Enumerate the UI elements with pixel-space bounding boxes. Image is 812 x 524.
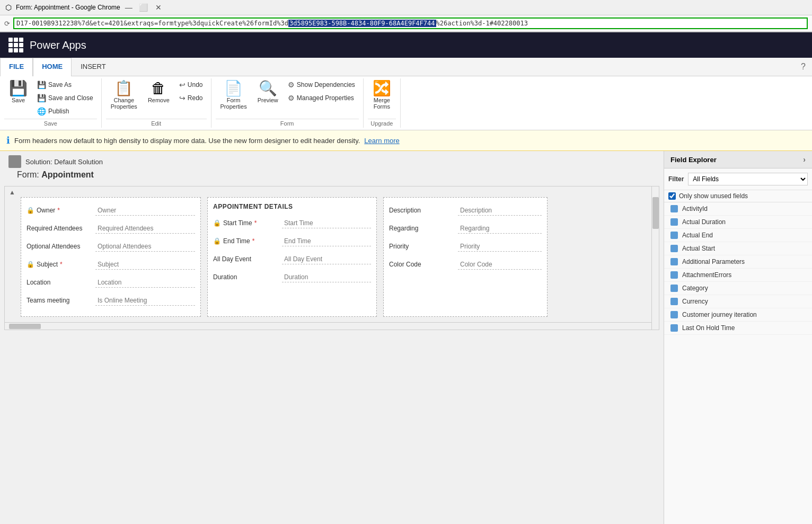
horizontal-scroll-thumb [9,324,41,329]
undo-icon: ↩ [179,81,186,89]
field-item-last-on-hold-time[interactable]: Last On Hold Time [664,322,812,335]
undo-label: Undo [188,81,203,88]
remove-button[interactable]: 🗑 Remove [143,78,174,106]
field-input-teams-meeting[interactable] [95,296,195,306]
filter-select[interactable]: All Fields Unused Fields Required Fields [688,173,808,185]
unused-fields-checkbox-label: Only show unused fields [679,192,748,200]
field-input-owner[interactable] [95,206,195,216]
remove-label: Remove [148,97,170,103]
field-input-end-time[interactable] [282,236,371,246]
field-input-location[interactable] [95,278,195,288]
save-small-stack: 💾 Save As 💾 Save and Close 🌐 Publish [33,78,97,118]
browser-title-bar: ⬡ Form: Appointment - Google Chrome — ⬜ … [0,0,812,15]
save-close-button[interactable]: 💾 Save and Close [33,92,97,104]
field-row-all-day-event: All Day Event [213,252,371,267]
learn-more-link[interactable]: Learn more [364,137,399,145]
ribbon-group-form: 📄 Form Properties 🔍 Preview ⚙ Show Depen… [211,78,364,128]
field-input-priority[interactable] [458,242,542,252]
field-item-name-actual-duration: Actual Duration [682,218,726,226]
field-item-name-currency: Currency [682,298,708,305]
field-item-name-additional-parameters: Additional Parameters [682,258,745,265]
field-input-required-attendees[interactable] [95,224,195,234]
ribbon: FILE HOME INSERT ? 💾 Save 💾 Save As 💾 [0,58,812,130]
field-input-regarding[interactable] [458,224,542,234]
field-label-required-attendees: Required Attendees [27,225,95,232]
field-item-customer-journey-iteration[interactable]: Customer journey iteration [664,308,812,322]
publish-button[interactable]: 🌐 Publish [33,105,97,118]
field-list: ActivityId Actual Duration Actual End Ac… [664,202,812,524]
field-input-start-time[interactable] [282,218,371,228]
field-item-actual-duration[interactable]: Actual Duration [664,216,812,229]
change-properties-button[interactable]: 📋 Change Properties [106,78,142,112]
field-item-name-last-on-hold-time: Last On Hold Time [682,324,735,332]
field-input-duration[interactable] [282,272,371,282]
field-item-additional-parameters[interactable]: Additional Parameters [664,255,812,269]
field-explorer-expand-button[interactable]: › [803,155,806,164]
show-dependencies-button[interactable]: ⚙ Show Dependencies [284,78,359,91]
field-item-attachment-errors[interactable]: AttachmentErrors [664,269,812,282]
form-properties-label: Form Properties [220,97,247,110]
form-canvas: ▲ 🔒 Owner * [4,186,659,330]
remove-icon: 🗑 [151,81,166,96]
field-label-duration: Duration [213,273,282,281]
field-input-optional-attendees[interactable] [95,242,195,252]
form-properties-button[interactable]: 📄 Form Properties [216,78,252,112]
save-label: Save [12,97,25,103]
info-icon: ℹ [6,135,10,146]
minimize-button[interactable]: — [125,3,133,12]
field-row-optional-attendees: Optional Attendees [27,239,195,254]
save-as-icon: 💾 [37,81,46,89]
app-header: Power Apps [0,32,812,58]
field-input-subject[interactable] [95,260,195,270]
address-highlighted[interactable]: 3d5895E983-598B-4834-80F9-68A4E9F4F744 [288,20,436,27]
field-item-name-customer-journey-iteration: Customer journey iteration [682,311,757,318]
field-item-activity-id[interactable]: ActivityId [664,202,812,216]
tab-insert[interactable]: INSERT [72,58,114,76]
merge-forms-button[interactable]: 🔀 Merge Forms [368,78,396,112]
collapse-button[interactable]: ▲ [9,189,15,196]
browser-address-bar: ⟳ D17-0019B9312238%7d&etc=4201&extraqs=f… [0,15,812,32]
vertical-scrollbar[interactable] [651,186,659,330]
change-properties-icon: 📋 [114,81,133,96]
save-as-button[interactable]: 💾 Save As [33,78,97,91]
form-section-right: Description Regarding Priority Color Cod… [383,197,548,317]
horizontal-scrollbar[interactable] [5,322,659,330]
form-header: Solution: Default Solution Form: Appoint… [0,151,664,186]
field-input-color-code[interactable] [458,260,542,270]
tab-file[interactable]: FILE [0,58,33,76]
waffle-menu-button[interactable] [8,38,23,52]
field-item-actual-start[interactable]: Actual Start [664,242,812,255]
redo-button[interactable]: ↪ Redo [175,92,207,104]
field-input-description[interactable] [458,206,542,216]
preview-label: Preview [258,97,278,103]
field-item-actual-end[interactable]: Actual End [664,229,812,242]
field-row-description: Description [389,203,542,218]
field-item-name-activity-id: ActivityId [682,205,708,212]
unused-fields-checkbox[interactable] [668,192,676,200]
ribbon-group-upgrade: 🔀 Merge Forms Upgrade [364,78,401,128]
close-button[interactable]: ✕ [154,3,163,12]
maximize-button[interactable]: ⬜ [139,3,148,12]
save-button[interactable]: 💾 Save [4,78,32,106]
lock-icon-start-time: 🔒 [213,219,221,227]
managed-properties-icon: ⚙ [288,94,295,102]
field-label-color-code: Color Code [389,261,458,268]
form-section-middle: APPOINTMENT DETAILS 🔒 Start Time * 🔒 End… [207,197,377,317]
form-area: Solution: Default Solution Form: Appoint… [0,151,664,524]
save-icon: 💾 [9,81,28,96]
required-marker-end-time: * [252,237,255,245]
refresh-icon[interactable]: ⟳ [4,20,10,28]
managed-properties-button[interactable]: ⚙ Managed Properties [284,92,359,104]
help-button[interactable]: ? [795,58,812,76]
field-item-category[interactable]: Category [664,282,812,295]
tab-home[interactable]: HOME [33,58,72,76]
field-row-end-time: 🔒 End Time * [213,234,371,248]
field-input-all-day-event[interactable] [282,254,371,264]
undo-button[interactable]: ↩ Undo [175,78,207,91]
field-row-start-time: 🔒 Start Time * [213,216,371,230]
field-item-currency[interactable]: Currency [664,295,812,308]
preview-button[interactable]: 🔍 Preview [253,78,283,106]
app-title: Power Apps [30,39,86,51]
form-name: Appointment [41,170,94,179]
save-close-icon: 💾 [37,94,46,102]
